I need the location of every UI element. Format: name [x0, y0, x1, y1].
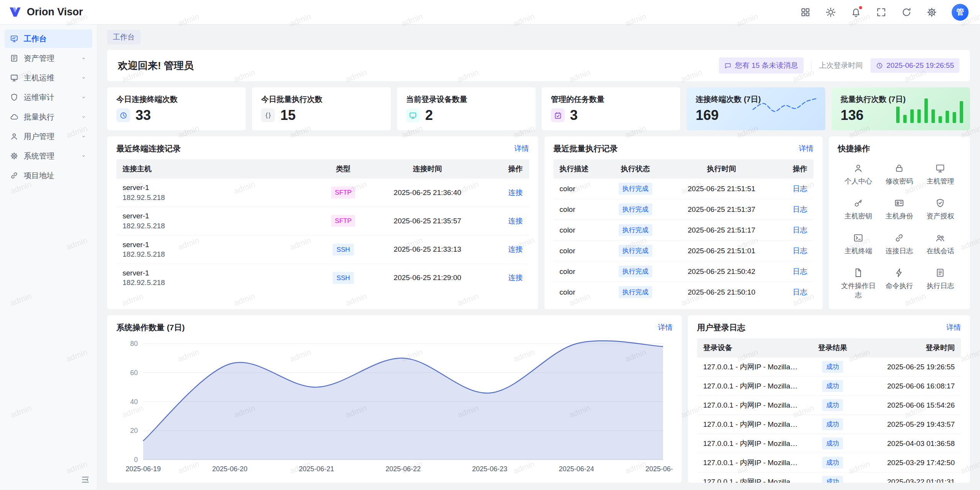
- user-avatar[interactable]: 管: [952, 4, 969, 21]
- unread-messages-badge[interactable]: 您有 15 条未读消息: [719, 57, 804, 74]
- exec-time: 2025-06-25 21:51:37: [668, 199, 775, 220]
- log-link[interactable]: 日志: [793, 288, 807, 296]
- sidebar-item-batch-exec[interactable]: 批量执行: [5, 108, 92, 126]
- login-result-badge: 成功: [822, 418, 843, 430]
- sidebar-item-label: 批量执行: [24, 112, 54, 122]
- login-time: 2025-05-29 19:43:57: [861, 415, 961, 434]
- sidebar-item-user-mgmt[interactable]: 用户管理: [5, 127, 92, 146]
- divider: [811, 61, 812, 70]
- ops-chart-detail-link[interactable]: 详情: [658, 323, 673, 333]
- connect-link[interactable]: 连接: [508, 274, 523, 282]
- column-header: 执行描述: [554, 159, 603, 179]
- protocol-badge: SSH: [333, 272, 354, 284]
- terminal-detail-link[interactable]: 详情: [514, 144, 529, 154]
- quick-action-7[interactable]: 连接日志: [879, 233, 920, 256]
- svg-text:2025-06-24: 2025-06-24: [559, 465, 594, 473]
- chevron-down-icon: [80, 133, 87, 140]
- connect-link[interactable]: 连接: [508, 217, 523, 225]
- batch-table: 执行描述执行状态执行时间操作 color执行完成2025-06-25 21:51…: [554, 159, 813, 302]
- topbar: Orion Visor 管: [0, 0, 980, 25]
- last-login-time: 2025-06-25 19:26:55: [887, 61, 954, 70]
- svg-text:2025-06-21: 2025-06-21: [299, 465, 334, 473]
- quick-action-3[interactable]: 主机密钥: [838, 198, 879, 221]
- stat-label: 当前登录设备数量: [406, 94, 526, 105]
- login-log-title: 用户登录日志: [697, 322, 745, 333]
- stat-value: 15: [280, 107, 296, 123]
- exec-time: 2025-06-25 21:50:10: [668, 282, 775, 303]
- ops-chart-canvas: 0204060802025-06-192025-06-202025-06-212…: [116, 338, 673, 476]
- exec-status-badge: 执行完成: [619, 224, 652, 236]
- settings-icon: [926, 7, 937, 18]
- quick-action-label: 连接日志: [885, 246, 913, 256]
- log-link[interactable]: 日志: [793, 205, 807, 213]
- sidebar-footer: [0, 470, 97, 490]
- host-name: server-1: [122, 211, 312, 221]
- terminal-sparkline-chart: [751, 95, 818, 121]
- log-link[interactable]: 日志: [793, 247, 807, 255]
- protocol-badge: SFTP: [331, 215, 355, 227]
- quick-action-10[interactable]: 命令执行: [879, 268, 920, 300]
- collapse-sidebar-button[interactable]: [81, 475, 90, 484]
- quick-action-0[interactable]: 个人中心: [838, 163, 879, 186]
- svg-text:2025-06-25: 2025-06-25: [645, 465, 673, 473]
- terminal-icon: [853, 233, 863, 243]
- quick-action-2[interactable]: 主机管理: [920, 163, 961, 186]
- connect-link[interactable]: 连接: [508, 245, 523, 253]
- chevron-down-icon: [80, 114, 87, 120]
- breadcrumb-item-workbench[interactable]: 工作台: [107, 30, 140, 44]
- svg-text:2025-06-23: 2025-06-23: [472, 465, 507, 473]
- sidebar-item-system-mgmt[interactable]: 系统管理: [5, 147, 92, 165]
- quick-action-6[interactable]: 主机终端: [838, 233, 879, 256]
- quick-action-label: 文件操作日志: [838, 281, 879, 300]
- sidebar-item-host-ops[interactable]: 主机运维: [5, 69, 92, 87]
- user-icon: [853, 163, 863, 173]
- sidebar-item-project-url[interactable]: 项目地址: [5, 166, 92, 185]
- login-result-badge: 成功: [822, 476, 843, 483]
- stat-card-3: 管理的任务数量3: [542, 87, 680, 130]
- shieldcheck-icon: [935, 198, 945, 208]
- exec-time: 2025-06-25 21:51:17: [668, 220, 775, 241]
- host-ops-icon: [10, 74, 18, 82]
- stat-icon-chip: [406, 108, 420, 122]
- monitor-icon: [935, 163, 945, 173]
- project-url-icon: [10, 171, 18, 180]
- fullscreen-icon: [876, 7, 887, 18]
- refresh-button[interactable]: [901, 7, 912, 18]
- quick-action-9[interactable]: 文件操作日志: [838, 268, 879, 300]
- brand[interactable]: Orion Visor: [8, 5, 83, 19]
- log-link[interactable]: 日志: [793, 185, 807, 193]
- notifications-button[interactable]: [851, 7, 861, 18]
- batch-table-head: 执行描述执行状态执行时间操作: [554, 159, 813, 179]
- quick-action-5[interactable]: 资产授权: [920, 198, 961, 221]
- connect-time: 2025-06-25 21:29:00: [368, 264, 487, 292]
- topbar-actions: [800, 7, 937, 18]
- file-icon: [853, 268, 863, 278]
- exec-time: 2025-06-25 21:51:51: [668, 179, 775, 199]
- main-content: 工作台 欢迎回来! 管理员 您有 15 条未读消息 上次登录时间 2025-06…: [97, 25, 980, 490]
- login-table-head: 登录设备登录结果登录时间: [697, 338, 961, 357]
- sidebar-item-workbench[interactable]: 工作台: [5, 29, 92, 48]
- quick-action-8[interactable]: 在线会话: [920, 233, 961, 256]
- apps-button[interactable]: [800, 7, 811, 18]
- quick-action-4[interactable]: 主机身份: [879, 198, 920, 221]
- host-ip: 182.92.5.218: [122, 193, 312, 203]
- sidebar-item-ops-audit[interactable]: 运维审计: [5, 88, 92, 107]
- stat-value: 169: [696, 107, 719, 123]
- log-link[interactable]: 日志: [793, 267, 807, 275]
- braces-icon: [264, 111, 272, 120]
- connect-link[interactable]: 连接: [508, 188, 523, 197]
- bolt-icon: [894, 268, 904, 278]
- fullscreen-button[interactable]: [876, 7, 887, 18]
- quick-action-1[interactable]: 修改密码: [879, 163, 920, 186]
- table-row: 127.0.0.1 - 内网IP - Mozilla/5.0 (Windows …: [697, 415, 961, 434]
- exec-description: color: [554, 241, 603, 261]
- quick-action-11[interactable]: 执行日志: [920, 268, 961, 300]
- settings-button[interactable]: [926, 7, 937, 18]
- sidebar-item-assets[interactable]: 资产管理: [5, 49, 92, 67]
- login-detail-link[interactable]: 详情: [946, 323, 961, 333]
- log-link[interactable]: 日志: [793, 226, 807, 234]
- welcome-banner: 欢迎回来! 管理员 您有 15 条未读消息 上次登录时间 2025-06-25 …: [107, 50, 970, 81]
- theme-brightness-button[interactable]: [825, 7, 836, 18]
- table-row: 127.0.0.1 - 内网IP - Mozilla/5.0 (Windows …: [697, 453, 961, 472]
- batch-detail-link[interactable]: 详情: [799, 144, 813, 154]
